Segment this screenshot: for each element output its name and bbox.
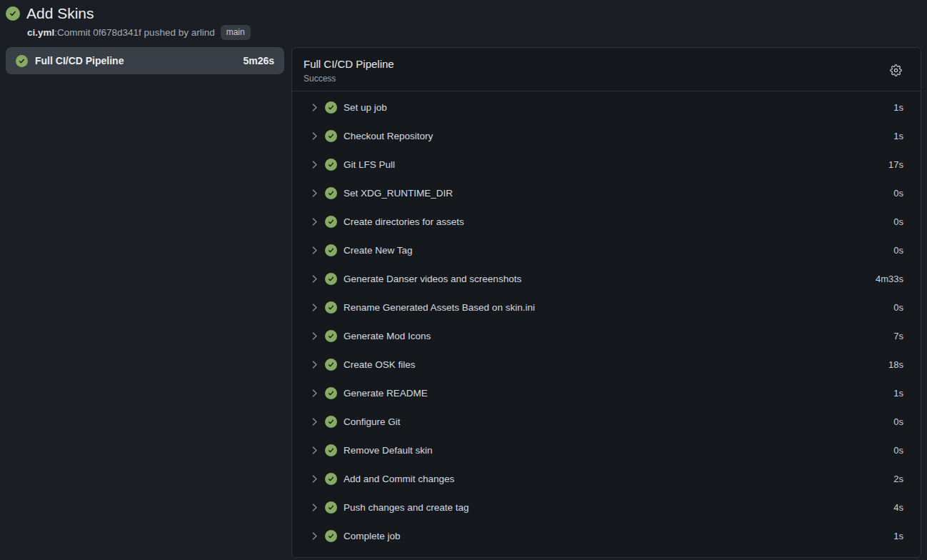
run-subtitle: ci.yml: Commit 0f678d341f pushed by arli… — [27, 25, 920, 40]
step-duration: 18s — [888, 359, 903, 370]
chevron-right-icon[interactable] — [309, 474, 320, 484]
step-success-icon — [325, 101, 337, 114]
step-duration: 0s — [893, 445, 903, 456]
gear-icon[interactable] — [887, 61, 905, 79]
step-duration: 4s — [893, 502, 903, 513]
step-row[interactable]: Create OSK files 18s — [292, 350, 921, 379]
job-duration: 5m26s — [243, 55, 274, 66]
step-duration: 1s — [893, 131, 903, 141]
step-success-icon — [325, 330, 337, 342]
step-row[interactable]: Set XDG_RUNTIME_DIR 0s — [292, 179, 921, 207]
step-success-icon — [325, 530, 337, 542]
workflow-file-name: ci.yml — [27, 26, 54, 40]
step-row[interactable]: Push changes and create tag 4s — [292, 493, 921, 521]
step-row[interactable]: Configure Git 0s — [292, 407, 921, 436]
step-duration: 0s — [893, 302, 903, 313]
step-success-icon — [325, 501, 337, 514]
step-row[interactable]: Set up job 1s — [292, 93, 921, 121]
job-success-icon — [16, 55, 28, 67]
step-success-icon — [325, 416, 337, 428]
step-row[interactable]: Generate Danser videos and screenshots 4… — [292, 264, 921, 293]
panel-status-text: Success — [304, 73, 887, 84]
job-detail-panel: Full CI/CD Pipeline Success Set up job 1… — [291, 47, 921, 558]
step-row[interactable]: Generate Mod Icons 7s — [292, 321, 921, 350]
step-row[interactable]: Create New Tag 0s — [292, 236, 921, 264]
step-duration: 0s — [893, 188, 903, 199]
step-duration: 4m33s — [876, 274, 903, 284]
chevron-right-icon[interactable] — [309, 445, 320, 456]
panel-title: Full CI/CD Pipeline — [304, 57, 887, 71]
step-success-icon — [325, 301, 337, 314]
step-duration: 0s — [893, 245, 903, 256]
step-success-icon — [325, 473, 337, 485]
step-duration: 0s — [893, 416, 903, 427]
step-name: Set XDG_RUNTIME_DIR — [344, 188, 893, 199]
step-duration: 2s — [893, 474, 903, 484]
step-name: Create New Tag — [344, 245, 893, 256]
step-success-icon — [325, 444, 337, 456]
step-row[interactable]: Create directories for assets 0s — [292, 207, 921, 236]
panel-header: Full CI/CD Pipeline Success — [292, 48, 921, 91]
step-duration: 7s — [893, 331, 903, 341]
step-success-icon — [325, 130, 337, 142]
step-success-icon — [325, 273, 337, 285]
step-duration: 0s — [893, 216, 903, 227]
step-name: Configure Git — [344, 416, 893, 427]
chevron-right-icon[interactable] — [309, 531, 320, 541]
chevron-right-icon[interactable] — [309, 245, 320, 256]
step-success-icon — [325, 159, 337, 171]
step-duration: 1s — [893, 102, 903, 113]
chevron-right-icon[interactable] — [309, 416, 320, 427]
job-name: Full CI/CD Pipeline — [35, 55, 236, 66]
step-duration: 1s — [893, 531, 903, 541]
step-row[interactable]: Rename Generated Assets Based on skin.in… — [292, 293, 921, 321]
step-name: Set up job — [344, 102, 893, 113]
step-name: Git LFS Pull — [344, 159, 888, 170]
step-name: Checkout Repository — [344, 131, 893, 141]
step-duration: 17s — [888, 159, 903, 170]
step-name: Create directories for assets — [344, 216, 893, 227]
run-title: Add Skins — [26, 4, 94, 23]
step-name: Remove Default skin — [344, 445, 893, 456]
chevron-right-icon[interactable] — [309, 102, 320, 113]
step-name: Generate Danser videos and screenshots — [344, 274, 876, 284]
step-name: Generate Mod Icons — [344, 331, 893, 341]
step-row[interactable]: Remove Default skin 0s — [292, 436, 921, 464]
sidebar-job-item[interactable]: Full CI/CD Pipeline 5m26s — [6, 47, 284, 74]
step-success-icon — [325, 244, 337, 256]
chevron-right-icon[interactable] — [309, 216, 320, 227]
chevron-right-icon[interactable] — [309, 188, 320, 199]
jobs-sidebar: Full CI/CD Pipeline 5m26s — [6, 47, 284, 74]
step-row[interactable]: Git LFS Pull 17s — [292, 150, 921, 179]
commit-link[interactable]: Commit 0f678d341f pushed by arlind — [57, 26, 215, 40]
step-name: Rename Generated Assets Based on skin.in… — [344, 302, 893, 313]
step-success-icon — [325, 216, 337, 228]
step-name: Generate README — [344, 388, 893, 399]
chevron-right-icon[interactable] — [309, 302, 320, 313]
steps-list: Set up job 1s Checkout Repository 1s Git… — [292, 91, 921, 556]
chevron-right-icon[interactable] — [309, 159, 320, 170]
step-success-icon — [325, 387, 337, 399]
run-success-icon — [6, 6, 20, 21]
step-name: Push changes and create tag — [344, 502, 893, 513]
chevron-right-icon[interactable] — [309, 331, 320, 341]
step-row[interactable]: Complete job 1s — [292, 521, 921, 550]
step-row[interactable]: Add and Commit changes 2s — [292, 464, 921, 493]
chevron-right-icon[interactable] — [309, 359, 320, 370]
step-duration: 1s — [893, 388, 903, 399]
step-row[interactable]: Generate README 1s — [292, 379, 921, 407]
chevron-right-icon[interactable] — [309, 502, 320, 513]
step-row[interactable]: Checkout Repository 1s — [292, 121, 921, 150]
step-name: Create OSK files — [344, 359, 888, 370]
run-header: Add Skins ci.yml: Commit 0f678d341f push… — [0, 0, 927, 47]
chevron-right-icon[interactable] — [309, 131, 320, 141]
step-name: Complete job — [344, 531, 893, 541]
chevron-right-icon[interactable] — [309, 388, 320, 399]
step-success-icon — [325, 187, 337, 199]
step-name: Add and Commit changes — [344, 474, 893, 484]
chevron-right-icon[interactable] — [309, 274, 320, 284]
step-success-icon — [325, 359, 337, 371]
branch-badge[interactable]: main — [221, 25, 251, 40]
